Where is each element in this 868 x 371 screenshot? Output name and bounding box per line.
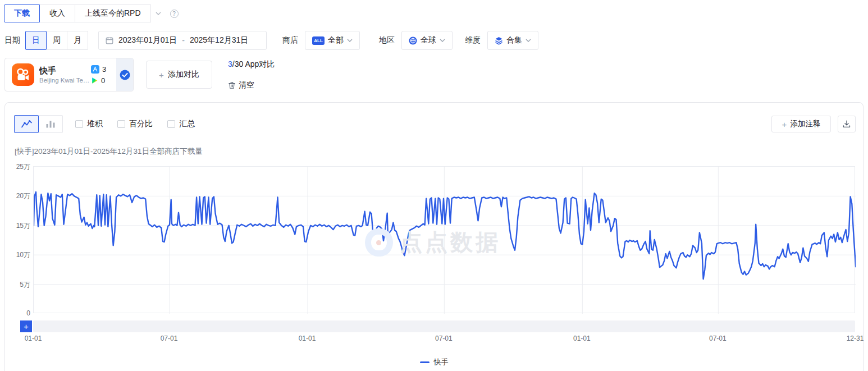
line-chart-toggle[interactable]: [14, 115, 39, 133]
x-axis-tick-label: 07-01: [161, 335, 178, 342]
tab-download[interactable]: 下载: [4, 4, 40, 22]
android-count: 0: [101, 76, 105, 85]
chevron-down-icon: [526, 39, 531, 42]
bar-chart-toggle[interactable]: [38, 115, 63, 133]
trash-icon: [228, 81, 236, 89]
help-icon[interactable]: ?: [170, 10, 179, 18]
comparison-counter: 3/30 App对比: [228, 59, 275, 70]
plus-icon: +: [782, 120, 787, 129]
datazoom-slider[interactable]: [33, 320, 855, 332]
y-axis-tick-label: 25万: [7, 162, 30, 172]
datazoom-add-button[interactable]: +: [20, 320, 32, 332]
add-comparison-button[interactable]: + 添加对比: [146, 61, 212, 89]
dimension-select[interactable]: 合集: [487, 31, 538, 50]
checkbox-icon: [167, 120, 175, 128]
add-annotation-button[interactable]: + 添加注释: [771, 116, 831, 132]
globe-icon: [409, 36, 417, 45]
granularity-switch: 日 周 月: [26, 31, 88, 50]
plot-area: [33, 166, 855, 313]
date-range-end: 2025年12月31日: [190, 35, 248, 45]
chevron-down-icon[interactable]: [156, 12, 161, 15]
date-label: 日期: [4, 35, 20, 45]
layers-icon: [495, 36, 503, 45]
region-label: 地区: [379, 35, 395, 45]
tab-revenue[interactable]: 收入: [39, 4, 75, 22]
region-select[interactable]: 全球: [401, 31, 453, 50]
y-axis-tick-label: 15万: [7, 221, 30, 231]
x-axis-tick-label: 01-01: [573, 335, 591, 342]
filter-bar: 日期 日 周 月 2023年01月01日 - 2025年12月31日 商店 AL…: [4, 31, 538, 50]
googleplay-icon: [91, 77, 98, 84]
chart-type-switch: [15, 115, 63, 133]
store-counts: 3 0: [91, 65, 110, 85]
store-label: 商店: [282, 35, 298, 45]
x-axis-tick-label: 12-31: [847, 335, 864, 342]
date-range-separator: -: [182, 36, 185, 45]
summary-label: 汇总: [179, 119, 195, 129]
plus-icon: +: [159, 70, 164, 80]
app-card-kuaishou[interactable]: 快手 Beijing Kwai Tech... 3 0: [4, 58, 134, 91]
checkbox-icon: [75, 120, 83, 128]
chart-title: [快手]2023年01月01日-2025年12月31日全部商店下载量: [15, 146, 203, 157]
add-comparison-label: 添加对比: [168, 70, 199, 80]
comparison-count: 3: [228, 59, 232, 68]
legend-label: 快手: [434, 357, 449, 367]
app-info: 快手 Beijing Kwai Tech...: [39, 65, 91, 85]
region-value: 全球: [421, 35, 436, 45]
date-range-start: 2023年01月01日: [118, 35, 177, 45]
summary-checkbox[interactable]: 汇总: [167, 119, 195, 129]
comparison-suffix: /30 App对比: [232, 59, 275, 68]
app-name: 快手: [39, 65, 91, 76]
chart-option-checkboxes: 堆积 百分比 汇总: [75, 115, 209, 133]
kuaishou-app-icon: [12, 63, 34, 86]
percent-label: 百分比: [129, 119, 153, 129]
dimension-label: 维度: [465, 35, 481, 45]
x-axis-tick-label: 01-01: [25, 335, 42, 342]
x-axis-tick-label: 07-01: [435, 335, 453, 342]
diandian-downloads-page: 下载 收入 上线至今的RPD ? 日期 日 周 月 2023年01月01日 - …: [0, 0, 868, 371]
store-select[interactable]: ALL 全部: [305, 31, 360, 50]
stacked-label: 堆积: [87, 119, 103, 129]
y-axis-tick-label: 20万: [7, 191, 30, 201]
percent-checkbox[interactable]: 百分比: [117, 119, 153, 129]
date-range-picker[interactable]: 2023年01月01日 - 2025年12月31日: [98, 31, 267, 50]
metric-tab-bar: 下载 收入 上线至今的RPD ?: [4, 4, 179, 22]
tab-rpd[interactable]: 上线至今的RPD: [75, 4, 151, 22]
bar-chart-icon: [45, 120, 56, 129]
x-axis-tick-label: 01-01: [299, 335, 316, 342]
granularity-month[interactable]: 月: [67, 31, 88, 50]
x-axis-tick-label: 07-01: [709, 335, 727, 342]
granularity-week[interactable]: 周: [46, 31, 67, 50]
check-circle-icon: [120, 70, 130, 80]
y-axis-tick-label: 10万: [7, 250, 30, 260]
legend-item-kuaishou[interactable]: 快手: [0, 357, 868, 367]
app-developer: Beijing Kwai Tech...: [39, 76, 91, 85]
all-stores-badge: ALL: [312, 36, 325, 45]
calendar-icon: [106, 36, 113, 44]
ios-count: 3: [102, 65, 106, 74]
y-axis-tick-label: 5万: [7, 280, 30, 290]
chevron-down-icon: [440, 39, 445, 42]
store-value: 全部: [328, 35, 344, 45]
dimension-value: 合集: [506, 35, 522, 45]
clear-comparison-button[interactable]: 清空: [228, 80, 254, 90]
granularity-day[interactable]: 日: [25, 31, 47, 50]
series-line-kuaishou[interactable]: [34, 192, 856, 279]
chevron-down-icon: [347, 39, 353, 42]
download-icon: [843, 120, 851, 128]
app-selected-pane[interactable]: [116, 58, 133, 91]
y-axis-tick-label: 0: [7, 309, 30, 317]
clear-label: 清空: [239, 80, 254, 90]
stacked-checkbox[interactable]: 堆积: [75, 119, 103, 129]
appstore-icon: [91, 65, 99, 74]
legend-line-mark: [420, 361, 430, 363]
line-series-svg: [34, 167, 856, 314]
download-chart-button[interactable]: [838, 116, 856, 132]
checkbox-icon: [117, 120, 125, 128]
line-chart-icon: [21, 120, 33, 129]
add-annotation-label: 添加注释: [790, 119, 820, 129]
